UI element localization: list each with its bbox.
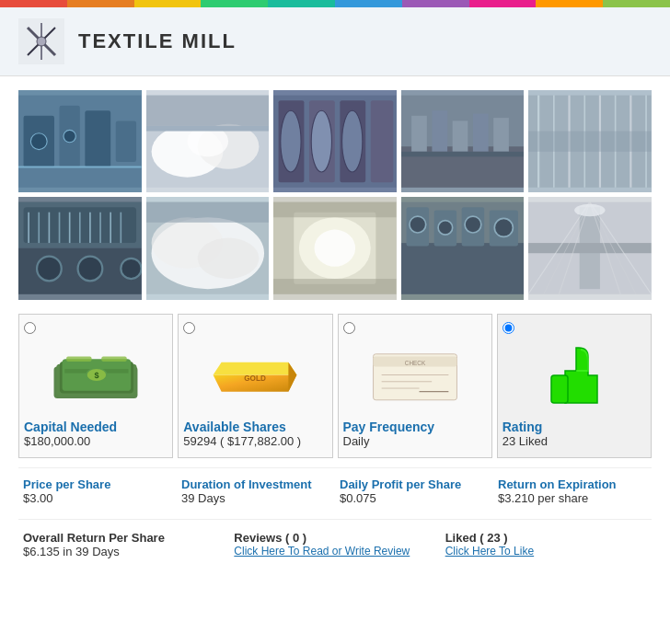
svg-text:CHECK: CHECK [404, 360, 425, 366]
stat-daily-profit: Daily Profit per Share $0.075 [335, 477, 493, 505]
stats-row: Price per Share $3.00 Duration of Invest… [18, 467, 652, 505]
svg-text:GOLD: GOLD [245, 374, 267, 383]
photo-8 [273, 197, 397, 299]
page-title: TEXTILE MILL [78, 29, 237, 53]
stat-duration: Duration of Investment 39 Days [177, 477, 335, 505]
bottom-overall-return: Overall Return Per Share $6.135 in 39 Da… [18, 531, 229, 558]
svg-point-79 [410, 216, 426, 233]
svg-rect-30 [432, 110, 447, 152]
stat-daily-profit-value: $0.075 [340, 491, 489, 505]
svg-rect-29 [411, 116, 427, 152]
card-rating-radio-container[interactable] [502, 322, 646, 334]
photo-grid-row1 [18, 90, 652, 300]
svg-text:$: $ [95, 371, 99, 380]
svg-point-80 [438, 221, 453, 236]
svg-point-4 [37, 37, 46, 46]
card-rating: Rating 23 Liked [497, 314, 652, 458]
card-capital-radio[interactable] [24, 322, 36, 334]
svg-rect-44 [528, 132, 652, 152]
card-rating-radio[interactable] [502, 322, 514, 334]
rainbow-bar [0, 0, 670, 7]
svg-rect-85 [528, 243, 652, 253]
bottom-liked: Liked ( 23 ) Click Here To Like [441, 531, 652, 558]
logo-icon [18, 18, 64, 64]
card-shares-radio[interactable] [183, 322, 195, 334]
stat-return: Return on Expiration $3.210 per share [493, 477, 652, 505]
svg-point-24 [281, 110, 301, 172]
svg-marker-103 [214, 362, 297, 375]
svg-rect-17 [146, 96, 270, 126]
svg-point-59 [37, 257, 62, 282]
card-shares-label: Available Shares [183, 420, 327, 434]
svg-point-81 [465, 216, 481, 233]
stat-price-label: Price per Share [23, 477, 172, 491]
bottom-reviews: Reviews ( 0 ) Click Here To Read or Writ… [229, 531, 440, 558]
photo-4 [401, 90, 525, 192]
svg-point-11 [30, 133, 47, 150]
stat-return-label: Return on Expiration [498, 477, 647, 491]
photo-1 [18, 90, 142, 192]
svg-rect-74 [401, 243, 525, 294]
card-frequency-radio[interactable] [343, 322, 355, 334]
card-capital: $ Capital Needed $180,000.00 [18, 314, 173, 458]
svg-point-61 [121, 259, 141, 279]
card-frequency-value: Daily [343, 434, 487, 448]
photo-9 [401, 197, 525, 299]
svg-rect-101 [101, 357, 126, 362]
card-shares-radio-container[interactable] [183, 322, 327, 334]
svg-marker-104 [289, 362, 297, 392]
card-capital-image: $ [24, 339, 168, 412]
bottom-row: Overall Return Per Share $6.135 in 39 Da… [18, 519, 652, 558]
card-capital-radio-container[interactable] [24, 322, 168, 334]
stat-return-value: $3.210 per share [498, 491, 647, 505]
review-link[interactable]: Click Here To Read or Write Review [234, 545, 435, 558]
svg-rect-71 [273, 202, 397, 218]
card-frequency: CHECK Pay Frequency Daily [338, 314, 492, 458]
card-frequency-image: CHECK [343, 339, 487, 412]
card-capital-value: $180,000.00 [24, 434, 168, 448]
svg-rect-113 [551, 375, 568, 403]
svg-rect-31 [452, 121, 468, 151]
card-shares-value: 59294 ( $177,882.00 ) [183, 434, 327, 448]
stat-duration-label: Duration of Investment [181, 477, 330, 491]
photo-7 [146, 197, 270, 299]
card-rating-image [502, 339, 646, 412]
svg-rect-9 [116, 121, 136, 162]
svg-point-12 [64, 130, 75, 142]
svg-rect-72 [273, 279, 397, 294]
card-frequency-radio-container[interactable] [343, 322, 487, 334]
svg-rect-34 [401, 152, 525, 157]
stat-price: Price per Share $3.00 [18, 477, 177, 505]
svg-point-26 [342, 110, 363, 172]
bottom-liked-label: Liked ( 23 ) [445, 531, 647, 545]
svg-rect-23 [371, 100, 393, 182]
stat-duration-value: 39 Days [181, 491, 330, 505]
card-frequency-label: Pay Frequency [343, 420, 487, 434]
svg-point-92 [574, 204, 605, 216]
svg-rect-18 [146, 126, 270, 132]
card-rating-value: 23 Liked [502, 434, 646, 448]
photo-2 [146, 90, 270, 192]
photo-6 [18, 197, 142, 299]
bottom-reviews-label: Reviews ( 0 ) [234, 531, 435, 545]
svg-point-60 [78, 257, 103, 282]
photo-5 [528, 90, 652, 192]
card-shares: GOLD Available Shares 59294 ( $177,882.0… [178, 314, 332, 458]
page-header: TEXTILE MILL [0, 7, 670, 76]
main-content: $ Capital Needed $180,000.00 [0, 76, 670, 572]
card-shares-image: GOLD [183, 339, 327, 412]
svg-rect-8 [85, 110, 110, 167]
card-capital-label: Capital Needed [24, 420, 168, 434]
svg-rect-66 [146, 202, 270, 223]
svg-point-25 [311, 110, 331, 172]
investment-cards: $ Capital Needed $180,000.00 [18, 314, 652, 458]
stat-daily-profit-label: Daily Profit per Share [340, 477, 489, 491]
svg-point-65 [197, 238, 259, 280]
photo-3 [273, 90, 397, 192]
card-rating-label: Rating [502, 420, 646, 434]
svg-rect-100 [66, 357, 91, 362]
like-link[interactable]: Click Here To Like [445, 545, 647, 558]
stat-price-value: $3.00 [23, 491, 172, 505]
svg-rect-32 [473, 114, 489, 152]
bottom-overall-return-value: $6.135 in 39 Days [23, 545, 225, 558]
